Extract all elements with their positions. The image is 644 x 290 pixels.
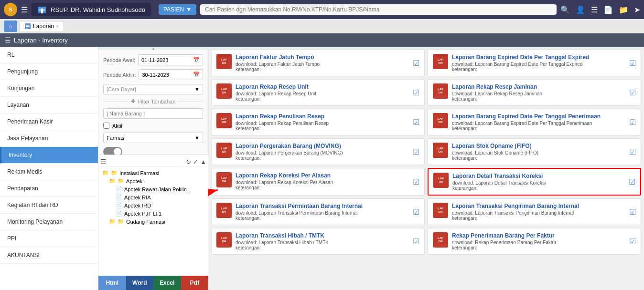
aktif-checkbox[interactable]	[103, 123, 109, 129]
sidebar-item-pendapatan[interactable]: Pendapatan	[0, 180, 98, 197]
document-icon[interactable]: 📄	[603, 5, 613, 14]
download-icon-10[interactable]: ☑	[629, 177, 635, 186]
report-keterangan-11: keterangan:	[236, 216, 409, 221]
download-icon-4[interactable]: ☑	[629, 88, 636, 97]
report-info-6: Laporan Barang Expired Date Per Tanggal …	[452, 113, 625, 131]
sidebar-item-penerimaan-kasir[interactable]: Penerimaan Kasir	[0, 114, 98, 130]
download-icon-8[interactable]: ☑	[629, 147, 636, 156]
report-card-rekap-penulisan-resep[interactable]: LAP OR Laporan Rekap Penulisan Resep dow…	[211, 109, 425, 135]
hamburger-icon[interactable]: ☰	[21, 5, 28, 14]
tree-item-apotek-ria[interactable]: 📄 Apotek RIA	[114, 193, 206, 201]
filter-tambahan-separator: ✚ Filter Tambahan	[103, 98, 203, 104]
report-card-transaksi-hibah[interactable]: LAP OR Laporan Transaksi Hibah / TMTK do…	[211, 228, 425, 255]
periode-akhir-row: Periode Akhir: 30-11-2023 📅	[103, 69, 203, 80]
periode-akhir-input[interactable]: 30-11-2023 📅	[139, 69, 203, 80]
folder-icon[interactable]: 📁	[619, 5, 628, 14]
report-card-faktur-jatuh-tempo[interactable]: LAP OR Laporan Faktur Jatuh Tempo downlo…	[211, 50, 425, 76]
sidebar-item-akuntansi[interactable]: AKUNTANSI	[0, 247, 98, 264]
report-download-5: download: Laporan Rekap Penulisan Resep	[236, 121, 409, 126]
filter-panel-container: ▲ Periode Awal: 01-11-2023 📅 Periode Akh…	[98, 47, 208, 290]
download-icon-12[interactable]: ☑	[629, 207, 636, 217]
nama-barang-input[interactable]	[103, 108, 203, 119]
report-card-barang-expired-tanggal[interactable]: LAP OR Laporan Barang Expired Date Per T…	[428, 50, 641, 76]
tree-item-instalasi-farmasi[interactable]: 📁 📁 Instalasi Farmasi	[100, 169, 206, 177]
report-card-stok-opname[interactable]: LAP OR Laporan Stok Opname (FIFO) downlo…	[428, 138, 641, 165]
download-icon-11[interactable]: ☑	[413, 207, 419, 217]
export-pdf-button[interactable]: Pdf	[181, 276, 209, 290]
report-download: download: Laporan Faktur Jatuh Tempo	[236, 62, 409, 67]
download-icon-5[interactable]: ☑	[413, 118, 419, 127]
download-icon-14[interactable]: ☑	[629, 237, 636, 246]
hospital-name: RSUP. DR. Wahidin Sudirohusodo	[51, 6, 145, 13]
download-icon[interactable]: ☑	[413, 59, 419, 68]
tab-close-button[interactable]: ×	[56, 24, 59, 29]
periode-awal-label: Periode Awal:	[103, 57, 135, 63]
report-title-5: Laporan Rekap Penulisan Resep	[236, 113, 409, 120]
svg-rect-6	[26, 25, 30, 26]
report-card-pergerakan-barang[interactable]: LAP OR Laporan Pergerakan Barang (MOVING…	[211, 138, 425, 165]
download-icon-2[interactable]: ☑	[629, 59, 636, 68]
export-excel-button[interactable]: Excel	[153, 276, 181, 290]
sidebar-item-layanan[interactable]: Layanan	[0, 97, 98, 114]
file-icon-ria: 📄	[116, 194, 122, 200]
report-keterangan-9: keterangan:	[236, 185, 409, 190]
tree-item-apotek-ird[interactable]: 📄 Apotek IRD	[114, 201, 206, 209]
pasien-selector[interactable]: PASIEN ▼	[159, 4, 196, 15]
report-card-rekap-resep-jaminan[interactable]: LAP OR Laporan Rekap Resep Jaminan downl…	[428, 79, 641, 106]
sidebar-item-rekam-medis[interactable]: Rekam Medis	[0, 164, 98, 180]
sidebar-item-monitoring-pelayanan[interactable]: Monitoring Pelayanan	[0, 214, 98, 230]
user-add-icon[interactable]: 👤	[576, 5, 585, 14]
tree-item-apotek[interactable]: 📁 📁 Apotek	[107, 177, 206, 185]
report-card-rekap-resep-unit[interactable]: LAP OR Laporan Rekap Resep Unit download…	[211, 79, 425, 106]
tree-refresh-icon[interactable]: ↻	[186, 158, 191, 166]
exit-icon[interactable]: ➤	[634, 5, 640, 14]
sidebar-item-jasa-pelayanan[interactable]: Jasa Pelayanan	[0, 130, 98, 147]
report-card-transaksi-pengiriman[interactable]: LAP OR Laporan Transaksi Pengiriman Bara…	[428, 198, 641, 225]
tree-label-apotek-ria: Apotek RIA	[124, 195, 151, 200]
report-keterangan-10: keterangan:	[452, 186, 625, 191]
export-word-button[interactable]: Word	[126, 276, 154, 290]
toggle-switch[interactable]	[103, 147, 122, 155]
report-card-rekap-penerimaan-faktur[interactable]: LAP OR Rekap Penerimaan Barang Per Faktu…	[428, 228, 641, 255]
report-icon-9: LAP OR	[216, 172, 232, 187]
tree-list-icon: ☰	[100, 158, 107, 166]
report-card-detail-transaksi-koreksi[interactable]: LAP OR Laporan Detail Transaksi Koreksi …	[428, 168, 641, 196]
home-button[interactable]: ⌂	[4, 21, 17, 32]
tree-label-apotek-ird: Apotek IRD	[124, 203, 151, 208]
report-info-8: Laporan Stok Opname (FIFO) download: Lap…	[452, 143, 625, 161]
sidebar-item-ppi[interactable]: PPI	[0, 230, 98, 247]
sidebar-item-pengunjung[interactable]: Pengunjung	[0, 63, 98, 80]
periode-awal-input[interactable]: 01-11-2023 📅	[138, 54, 203, 65]
tree-check-icon[interactable]: ✓	[193, 158, 198, 166]
download-icon-7[interactable]: ☑	[413, 147, 419, 156]
tree-item-apotek-pjt[interactable]: 📄 Apotek PJT Lt.1	[114, 209, 206, 218]
sidebar-item-kegiatan-ri-rd[interactable]: Kegiatan RI dan RD	[0, 197, 98, 214]
download-icon-13[interactable]: ☑	[413, 237, 419, 246]
report-info-3: Laporan Rekap Resep Unit download: Lapor…	[236, 83, 409, 102]
report-card-barang-expired-penerimaan[interactable]: LAP OR Laporan Barang Expired Date Per T…	[428, 109, 641, 135]
report-icon-6: LAP OR	[433, 113, 448, 128]
sidebar-item-inventory[interactable]: Inventory	[0, 147, 98, 164]
report-card-rekap-koreksi[interactable]: LAP OR Laporan Rekap Koreksi Per Alasan …	[211, 168, 425, 196]
tree-item-apotek-rawat[interactable]: 📄 Apotek Rawat Jalan Poklin...	[114, 185, 206, 193]
export-html-button[interactable]: Html	[98, 276, 126, 290]
list-icon[interactable]: ☰	[591, 5, 598, 14]
unit-dropdown[interactable]: Farmasi ▼	[103, 133, 203, 143]
report-download-7: download: Laporan Pergerakan Barang (MOV…	[236, 150, 409, 155]
cara-bayar-dropdown[interactable]: [Cara Bayar] ▼	[103, 84, 203, 94]
tree-expand-icon[interactable]: ▲	[200, 158, 206, 166]
tree-item-gudang-farmasi[interactable]: 📁 📁 Gudang Farmasi	[107, 218, 206, 226]
filter-panel: Periode Awal: 01-11-2023 📅 Periode Akhir…	[98, 50, 208, 155]
sidebar-item-rl[interactable]: RL	[0, 47, 98, 63]
sidebar-item-kunjungan[interactable]: Kunjungan	[0, 80, 98, 97]
download-icon-6[interactable]: ☑	[629, 118, 636, 127]
tree-area: ☰ ↻ ✓ ▲ 📁 📁 Instalasi Farmasi 📁 📁 Apotek	[98, 155, 208, 276]
report-keterangan-3: keterangan:	[236, 96, 409, 102]
report-info-5: Laporan Rekap Penulisan Resep download: …	[236, 113, 409, 131]
report-card-transaksi-permintaan[interactable]: LAP OR Laporan Transaksi Permintaan Bara…	[211, 198, 425, 225]
download-icon-3[interactable]: ☑	[413, 88, 419, 97]
download-icon-9[interactable]: ☑	[413, 177, 419, 186]
laporan-tab[interactable]: Laporan ×	[19, 21, 64, 31]
search-icon[interactable]: 🔍	[560, 5, 570, 14]
patient-search-input[interactable]	[200, 4, 557, 15]
